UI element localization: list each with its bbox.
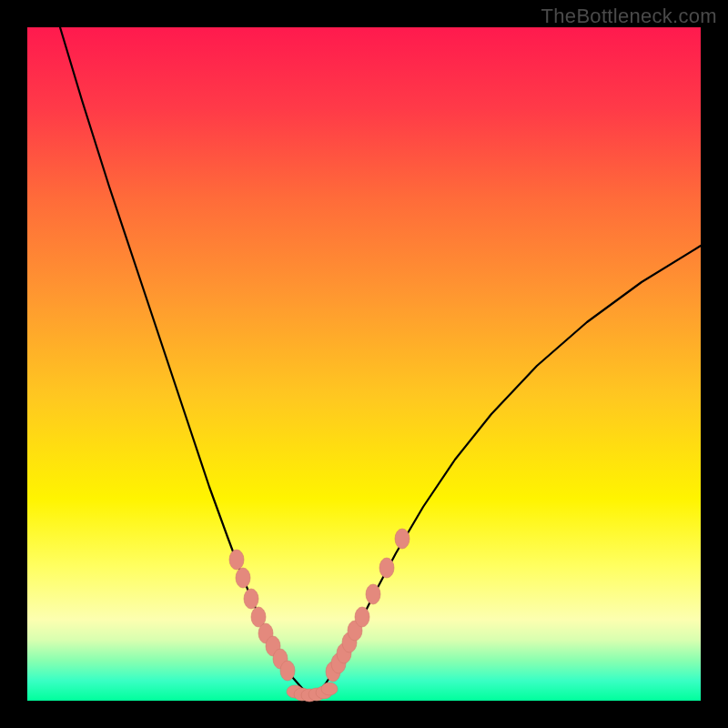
data-dot xyxy=(355,607,369,627)
data-dot xyxy=(229,550,244,570)
dot-group-bottom-dots xyxy=(287,682,338,702)
data-dot xyxy=(321,682,338,695)
dot-group-left-dots xyxy=(229,550,295,681)
dots-layer xyxy=(229,529,410,702)
chart-svg xyxy=(27,27,701,701)
data-dot xyxy=(366,584,380,604)
plot-area xyxy=(27,27,701,701)
curve-left-branch xyxy=(60,27,309,696)
data-dot xyxy=(244,589,258,609)
chart-stage: TheBottleneck.com xyxy=(0,0,728,728)
data-dot xyxy=(236,568,250,588)
data-dot xyxy=(379,558,394,578)
watermark-text: TheBottleneck.com xyxy=(541,5,717,28)
curve-right-branch xyxy=(309,246,701,696)
data-dot xyxy=(280,661,295,681)
data-dot xyxy=(395,529,410,549)
